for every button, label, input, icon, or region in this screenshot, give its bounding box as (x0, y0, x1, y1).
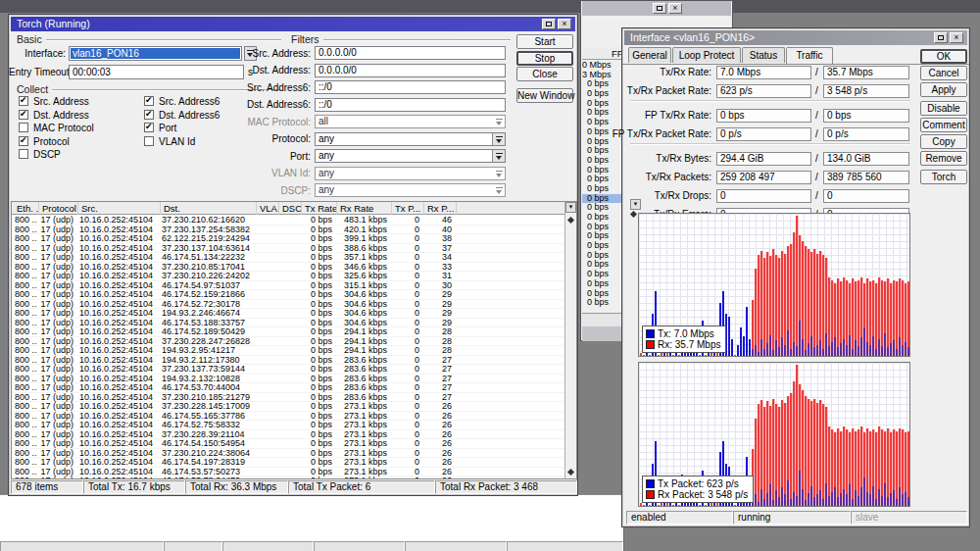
table-row[interactable]: 800 ...17 (udp)10.16.0.252:45104194.93.2… (12, 346, 564, 356)
table-row[interactable]: 800 ...17 (udp)10.16.0.252:4510446.174.5… (12, 300, 564, 310)
close-icon[interactable]: × (558, 19, 571, 29)
tab-status[interactable]: Status (742, 47, 785, 63)
collect-checkbox-mac-protocol[interactable]: MAC Protocol (19, 123, 136, 134)
scroll-thumb-icon[interactable] (631, 212, 636, 217)
checkbox-box[interactable] (144, 96, 154, 106)
interface-combo[interactable]: vlan16_PON16 (69, 46, 242, 61)
table-row[interactable]: 800 ...17 (udp)10.16.0.252:45104194.93.2… (12, 375, 564, 384)
close-button[interactable]: Close (516, 67, 573, 81)
table-row[interactable]: 800 ...17 (udp)10.16.0.252:4510437.230.2… (12, 430, 564, 440)
filter-combo[interactable]: all (315, 115, 506, 128)
tab-traffic[interactable]: Traffic (786, 47, 833, 64)
table-row[interactable]: 800 ...17 (udp)10.16.0.252:4510446.174.5… (12, 421, 564, 430)
list-item[interactable]: 0 bps (582, 298, 625, 308)
table-row[interactable]: 800 ...17 (udp)10.16.0.252:4510437.230.2… (12, 263, 564, 273)
table-row[interactable]: 800 ...17 (udp)10.16.0.252:4510446.174.5… (12, 327, 564, 337)
column-header-protocol[interactable]: Protocol (39, 202, 78, 215)
table-row[interactable]: 800 ...17 (udp)10.16.0.252:4510437.230.2… (12, 402, 564, 412)
checkbox-box[interactable] (144, 136, 154, 146)
dropdown-button[interactable] (492, 133, 505, 145)
filter-combo[interactable]: any (315, 149, 506, 163)
checkbox-box[interactable] (19, 96, 28, 106)
stop-button[interactable]: Stop (516, 51, 573, 66)
rx-value-box: 389 785 560 (823, 171, 909, 184)
copy-button[interactable]: Copy (920, 134, 967, 149)
filter-input[interactable]: ::/0 (315, 80, 506, 94)
column-header-txp[interactable]: Tx P...▼ (392, 202, 424, 215)
table-row[interactable]: 800 ...17 (udp)10.16.0.252:45104194.93.2… (12, 356, 564, 366)
table-row[interactable]: 800 ...17 (udp)10.16.0.252:4510437.230.2… (12, 449, 564, 459)
table-row[interactable]: 800 ...17 (udp)10.16.0.252:4510437.230.1… (12, 225, 564, 235)
column-header-txrate[interactable]: Tx Rate (302, 202, 337, 215)
filter-combo[interactable]: any (315, 167, 506, 180)
table-row[interactable]: 800 ...17 (udp)10.16.0.252:4510437.230.1… (12, 365, 564, 375)
filter-input[interactable]: ::/0 (315, 98, 506, 112)
dropdown-button[interactable] (492, 150, 505, 162)
column-menu-icon[interactable]: ▼ (565, 202, 576, 213)
column-header-eth[interactable]: Eth. ... (14, 202, 39, 215)
checkbox-box[interactable] (19, 136, 28, 146)
tab-loop-protect[interactable]: Loop Protect (672, 47, 741, 63)
table-row[interactable]: 800 ...17 (udp)10.16.0.252:4510446.174.5… (12, 476, 564, 478)
cancel-button[interactable]: Cancel (920, 66, 967, 80)
comment-button[interactable]: Comment (920, 118, 967, 132)
maximize-icon[interactable] (934, 32, 948, 43)
filter-combo[interactable]: any (315, 132, 506, 146)
column-header-dst[interactable]: Dst. (161, 202, 257, 215)
collect-group-label: Collect (17, 83, 52, 95)
table-row[interactable]: 800 ...17 (udp)10.16.0.252:4510446.174.5… (12, 468, 564, 477)
collect-checkbox-protocol[interactable]: Protocol (19, 136, 136, 148)
checkbox-box[interactable] (19, 123, 28, 132)
checkbox-box[interactable] (19, 149, 28, 159)
interface-window-titlebar[interactable]: Interface <vlan16_PON16> (624, 30, 967, 45)
background-window-titlebar[interactable]: × (582, 1, 731, 16)
start-button[interactable]: Start (516, 34, 573, 49)
new-window-button[interactable]: New Window (516, 88, 573, 103)
maximize-icon[interactable] (653, 3, 666, 14)
table-row[interactable]: 800 ...17 (udp)10.16.0.252:4510437.230.2… (12, 272, 564, 281)
table-row[interactable]: 800 ...17 (udp)10.16.0.252:4510446.174.5… (12, 439, 564, 449)
entry-timeout-input[interactable]: 00:00:03 (69, 65, 244, 79)
close-icon[interactable]: × (668, 3, 682, 14)
checkbox-box[interactable] (19, 110, 28, 120)
collect-checkbox-dscp[interactable]: DSCP (19, 149, 136, 161)
disable-button[interactable]: Disable (920, 101, 967, 116)
column-header-vla[interactable]: VLA... (257, 202, 279, 215)
filter-input[interactable]: 0.0.0.0/0 (315, 64, 506, 77)
table-row[interactable]: 800 ...17 (udp)10.16.0.252:45104194.93.2… (12, 309, 564, 319)
remove-button[interactable]: Remove (920, 151, 967, 166)
column-header-dscp[interactable]: DSCP (279, 202, 302, 215)
table-row[interactable]: 800 ...17 (udp)10.16.0.252:4510446.174.5… (12, 253, 564, 263)
column-header-src[interactable]: Src. (78, 202, 161, 215)
close-icon[interactable]: × (950, 32, 963, 43)
slash-separator: / (815, 189, 818, 203)
table-row[interactable]: 800 ...17 (udp)10.16.0.252:4510437.230.2… (12, 337, 564, 347)
checkbox-box[interactable] (144, 123, 154, 132)
scroll-down-icon[interactable]: ▼ (630, 199, 641, 210)
table-row[interactable]: 800 ...17 (udp)10.16.0.252:4510446.174.5… (12, 290, 564, 300)
table-row[interactable]: 800 ...17 (udp)10.16.0.252:4510462.122.2… (12, 234, 564, 244)
checkbox-box[interactable] (144, 110, 154, 120)
torch-window-titlebar[interactable]: Torch (Running) (11, 17, 575, 31)
torch-button[interactable]: Torch (920, 170, 967, 184)
collect-checkbox-dst-address[interactable]: Dst. Address (19, 110, 136, 122)
table-row[interactable]: 800 ...17 (udp)10.16.0.252:4510437.230.1… (12, 244, 564, 254)
table-header[interactable]: Eth. ...ProtocolSrc.Dst.VLA...DSCPTx Rat… (12, 202, 576, 215)
tab-general[interactable]: General (628, 47, 671, 63)
table-row[interactable]: 800 ...17 (udp)10.16.0.252:4510446.174.5… (12, 412, 564, 422)
apply-button[interactable]: Apply (920, 82, 967, 97)
filter-combo[interactable]: any (315, 183, 506, 197)
maximize-icon[interactable] (542, 19, 556, 29)
table-row[interactable]: 800 ...17 (udp)10.16.0.252:4510437.230.2… (12, 393, 564, 403)
collect-checkbox-src-address[interactable]: Src. Address (19, 96, 136, 108)
table-row[interactable]: 800 ...17 (udp)10.16.0.252:4510446.174.5… (12, 383, 564, 393)
table-row[interactable]: 800 ...17 (udp)10.16.0.252:4510446.174.5… (12, 319, 564, 328)
column-header-rxrate[interactable]: Rx Rate (337, 202, 392, 215)
table-row[interactable]: 800 ...17 (udp)10.16.0.252:4510446.174.5… (12, 458, 564, 468)
column-header-rxp[interactable]: Rx P...▼ (424, 202, 457, 215)
table-row[interactable]: 800 ...17 (udp)10.16.0.252:4510437.230.2… (12, 216, 564, 225)
table-scrollbar[interactable]: ▼ (564, 202, 576, 478)
table-row[interactable]: 800 ...17 (udp)10.16.0.252:4510446.174.5… (12, 281, 564, 291)
filter-input[interactable]: 0.0.0.0/0 (315, 46, 506, 60)
ok-button[interactable]: OK (920, 49, 967, 64)
